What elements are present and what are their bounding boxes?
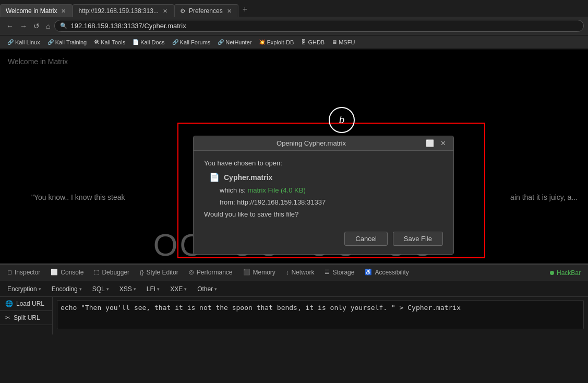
dialog-actions: Cancel Save File bbox=[194, 226, 453, 254]
split-url-label: Split URL bbox=[14, 314, 40, 321]
encryption-dropdown-icon: ▾ bbox=[39, 286, 41, 292]
exploit-db-icon: 💥 bbox=[259, 39, 265, 45]
hackbar-action-buttons: 🌐 Load URL ✂ Split URL bbox=[0, 297, 53, 334]
bookmark-kali-docs[interactable]: 📄 Kali Docs bbox=[129, 38, 167, 46]
tab-performance[interactable]: ◎ Performance bbox=[184, 266, 238, 280]
bookmark-label-4: Kali Forums bbox=[180, 39, 211, 45]
console-icon: ⬜ bbox=[51, 269, 58, 276]
tab-style-editor-label: Style Editor bbox=[146, 269, 178, 276]
other-dropdown-icon: ▾ bbox=[214, 286, 217, 292]
bookmark-label-8: MSFU bbox=[339, 39, 355, 45]
devtools-tab-bar: ◻ Inspector ⬜ Console ⬚ Debugger {} Styl… bbox=[0, 265, 588, 281]
tab-console[interactable]: ⬜ Console bbox=[45, 266, 89, 280]
bookmark-nethunter[interactable]: 🔗 NetHunter bbox=[214, 38, 255, 46]
hackbar-menu-encryption[interactable]: Encryption ▾ bbox=[3, 284, 45, 294]
save-file-button[interactable]: Save File bbox=[393, 232, 443, 246]
address-bar[interactable] bbox=[70, 22, 578, 30]
tab-label-2: Preferences bbox=[189, 7, 223, 15]
file-save-dialog: Opening Cypher.matrix ⬜ ✕ You have chose… bbox=[193, 136, 454, 255]
hackbar-command-input[interactable] bbox=[57, 300, 584, 329]
reload-button[interactable]: ↺ bbox=[31, 21, 42, 31]
tab-hackbar[interactable]: HackBar bbox=[545, 267, 586, 279]
tab-inspector[interactable]: ◻ Inspector bbox=[2, 266, 45, 280]
tab-network[interactable]: ↕ Network bbox=[281, 266, 320, 280]
cancel-button[interactable]: Cancel bbox=[344, 232, 387, 246]
nav-bar: ← → ↺ ⌂ 🔍 bbox=[0, 17, 588, 35]
tab-2[interactable]: ⚙ Preferences ✕ bbox=[174, 4, 238, 17]
bookmark-ghdb[interactable]: 🗄 GHDB bbox=[298, 38, 328, 46]
split-url-button[interactable]: ✂ Split URL bbox=[0, 311, 52, 325]
nethunter-icon: 🔗 bbox=[218, 39, 224, 45]
tab-storage-label: Storage bbox=[332, 269, 354, 276]
page-quote-left: "You know.. I know this steak bbox=[31, 193, 125, 201]
bookmark-kali-forums[interactable]: 🔗 Kali Forums bbox=[169, 38, 214, 46]
kali-tools-icon: 🛠 bbox=[94, 39, 99, 45]
hackbar-dot-icon bbox=[550, 271, 554, 275]
split-url-icon: ✂ bbox=[5, 314, 10, 321]
hackbar-menu-bar: Encryption ▾ Encoding ▾ SQL ▾ XSS ▾ LFI … bbox=[0, 281, 588, 297]
debugger-icon: ⬚ bbox=[94, 269, 99, 276]
tab-close-0[interactable]: ✕ bbox=[60, 8, 67, 15]
kali-forums-icon: 🔗 bbox=[172, 39, 178, 45]
tab-inspector-label: Inspector bbox=[15, 269, 40, 276]
hackbar-menu-xxe[interactable]: XXE ▾ bbox=[166, 284, 191, 294]
load-url-button[interactable]: 🌐 Load URL bbox=[0, 297, 52, 311]
style-editor-icon: {} bbox=[140, 269, 143, 276]
tab-hackbar-label: HackBar bbox=[557, 269, 581, 277]
xxe-dropdown-icon: ▾ bbox=[184, 286, 187, 292]
memory-icon: ⬛ bbox=[243, 269, 250, 276]
xss-dropdown-icon: ▾ bbox=[134, 286, 136, 292]
hackbar-encryption-label: Encryption bbox=[7, 285, 37, 293]
hackbar-body: 🌐 Load URL ✂ Split URL bbox=[0, 297, 588, 334]
hackbar-menu-other[interactable]: Other ▾ bbox=[193, 284, 221, 294]
file-icon: 📄 bbox=[209, 172, 220, 182]
bookmark-kali-tools[interactable]: 🛠 Kali Tools bbox=[91, 38, 128, 46]
dialog-titlebar: Opening Cypher.matrix ⬜ ✕ bbox=[194, 136, 453, 151]
tab-style-editor[interactable]: {} Style Editor bbox=[135, 266, 184, 280]
hackbar-menu-encoding[interactable]: Encoding ▾ bbox=[47, 284, 86, 294]
back-button[interactable]: ← bbox=[4, 21, 16, 31]
hackbar-xxe-label: XXE bbox=[170, 285, 183, 293]
bookmark-kali-linux[interactable]: 🔗 Kali Linux bbox=[4, 38, 43, 46]
tab-accessibility[interactable]: ♿ Accessibility bbox=[359, 266, 414, 280]
bookmark-exploit-db[interactable]: 💥 Exploit-DB bbox=[256, 38, 297, 46]
bookmark-msfu[interactable]: 🖥 MSFU bbox=[329, 38, 358, 46]
bookmark-label-2: Kali Tools bbox=[101, 39, 125, 45]
dialog-question: Would you like to save this file? bbox=[204, 210, 443, 218]
new-tab-button[interactable]: + bbox=[238, 2, 251, 17]
bookmark-kali-training[interactable]: 🔗 Kali Training bbox=[44, 38, 90, 46]
storage-icon: ☰ bbox=[325, 269, 330, 276]
hackbar-menu-lfi[interactable]: LFI ▾ bbox=[142, 284, 164, 294]
dialog-body: You have chosen to open: 📄 Cypher.matrix… bbox=[194, 151, 453, 226]
tab-network-label: Network bbox=[291, 269, 314, 276]
network-icon: ↕ bbox=[286, 269, 289, 276]
bookmark-label-0: Kali Linux bbox=[15, 39, 40, 45]
oo-char-1: O bbox=[153, 230, 178, 261]
dialog-filename-row: 📄 Cypher.matrix bbox=[209, 172, 443, 182]
tab-performance-label: Performance bbox=[197, 269, 233, 276]
tab-storage[interactable]: ☰ Storage bbox=[319, 266, 359, 280]
page-content: Welcome in Matrix b Opening Cypher.matri… bbox=[0, 50, 588, 264]
tab-memory[interactable]: ⬛ Memory bbox=[238, 266, 281, 280]
dialog-maximize-button[interactable]: ⬜ bbox=[424, 139, 436, 147]
page-title: Welcome in Matrix bbox=[0, 50, 588, 74]
sql-dropdown-icon: ▾ bbox=[106, 286, 109, 292]
tab-0[interactable]: Welcome in Matrix ✕ bbox=[0, 4, 73, 17]
load-url-icon: 🌐 bbox=[5, 300, 13, 307]
bookmark-label-7: GHDB bbox=[308, 39, 325, 45]
hackbar-menu-xss[interactable]: XSS ▾ bbox=[115, 284, 140, 294]
tab-close-1[interactable]: ✕ bbox=[162, 8, 169, 15]
tab-1[interactable]: http://192.168.159.138:313... ✕ bbox=[73, 4, 174, 17]
tab-debugger[interactable]: ⬚ Debugger bbox=[89, 266, 135, 280]
tab-accessibility-label: Accessibility bbox=[375, 269, 409, 276]
dialog-close-button[interactable]: ✕ bbox=[438, 139, 448, 147]
hackbar-menu-sql[interactable]: SQL ▾ bbox=[88, 284, 113, 294]
home-button[interactable]: ⌂ bbox=[44, 21, 52, 31]
tab-close-2[interactable]: ✕ bbox=[226, 8, 233, 15]
page-quote-right: ain that it is juicy, a... bbox=[510, 193, 578, 201]
performance-icon: ◎ bbox=[189, 269, 194, 276]
forward-button[interactable]: → bbox=[18, 21, 29, 31]
kali-training-icon: 🔗 bbox=[47, 39, 54, 45]
hackbar-panel: Encryption ▾ Encoding ▾ SQL ▾ XSS ▾ LFI … bbox=[0, 281, 588, 334]
dialog-from: from: http://192.168.159.138:31337 bbox=[220, 198, 443, 206]
